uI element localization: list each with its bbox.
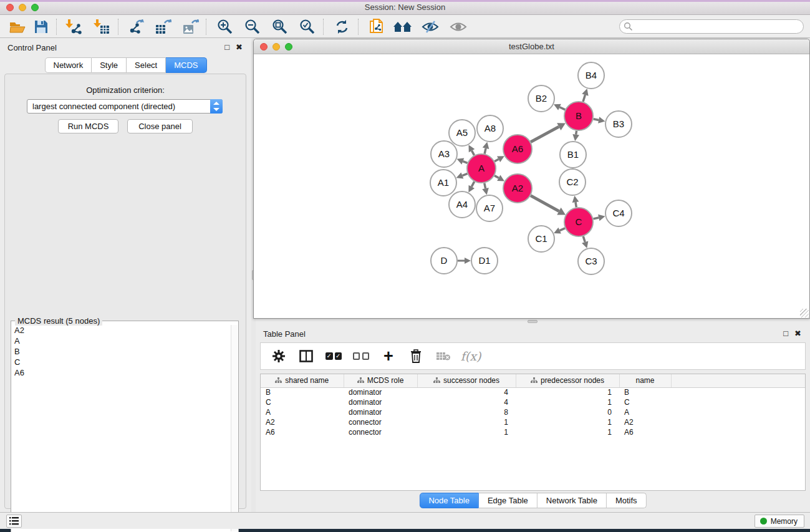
edge-C-C3[interactable]	[583, 236, 585, 242]
tab-network[interactable]: Network	[44, 57, 92, 73]
table-cell[interactable]	[671, 387, 805, 397]
table-cell[interactable]: connector	[344, 427, 417, 437]
edge-C-C1[interactable]	[560, 228, 565, 231]
table-cell[interactable]: 8	[417, 407, 516, 417]
edge-A-A7[interactable]	[485, 183, 486, 189]
result-scrollbar[interactable]	[231, 325, 238, 531]
tab-select[interactable]: Select	[127, 57, 166, 73]
graph-node-B3[interactable]: B3	[605, 111, 632, 137]
delete-table-button[interactable]	[435, 348, 451, 364]
table-cell[interactable]: B	[261, 387, 344, 397]
graph-node-A5[interactable]: A5	[449, 120, 475, 146]
table-cell[interactable]: C	[619, 397, 671, 407]
graph-node-B[interactable]: B	[564, 102, 593, 130]
network-canvas[interactable]: B4B2BB3A8A5A6A3B1AC2A1A2A4A7C4CC1DD1C3	[254, 54, 809, 318]
edge-A-A5[interactable]	[472, 151, 475, 155]
tab-edge-table[interactable]: Edge Table	[479, 493, 538, 508]
table-cell[interactable]: A2	[261, 417, 344, 427]
zoom-out-button[interactable]	[242, 18, 263, 36]
table-cell[interactable]: A6	[261, 427, 344, 437]
table-cell[interactable]: A	[261, 407, 344, 417]
graph-node-A1[interactable]: A1	[430, 170, 456, 196]
column-header-MCDS-role[interactable]: MCDS role	[344, 374, 417, 387]
table-cell[interactable]: dominator	[344, 397, 417, 407]
table-cell[interactable]	[671, 427, 805, 437]
duplicate-network-button[interactable]	[366, 18, 387, 36]
column-header-name[interactable]: name	[619, 374, 671, 387]
table-cell[interactable]: B	[619, 387, 671, 397]
edge-C-C2[interactable]	[576, 202, 576, 207]
add-column-button[interactable]: +	[380, 348, 397, 364]
zoom-in-button[interactable]	[215, 18, 236, 36]
table-cell[interactable]: 1	[516, 387, 619, 397]
column-header-predecessor-nodes[interactable]: predecessor nodes	[516, 374, 619, 387]
graph-node-C3[interactable]: C3	[578, 248, 604, 274]
graph-node-B2[interactable]: B2	[528, 85, 554, 112]
export-image-button[interactable]	[180, 18, 201, 36]
close-panel-icon[interactable]: ✖	[794, 329, 801, 338]
graph-node-C4[interactable]: C4	[605, 200, 632, 226]
tab-style[interactable]: Style	[92, 57, 127, 73]
result-list-item[interactable]: A6	[12, 367, 231, 378]
select-all-button[interactable]: ✓ ✓	[325, 348, 342, 364]
result-list-item[interactable]: A2	[12, 325, 231, 336]
splitter-grip[interactable]	[528, 320, 538, 323]
edge-B-B4[interactable]	[583, 95, 585, 102]
table-cell[interactable]: 1	[417, 427, 516, 437]
deselect-all-button[interactable]	[353, 348, 369, 364]
close-panel-button[interactable]: Close panel	[127, 119, 193, 133]
column-header-successor-nodes[interactable]: successor nodes	[417, 374, 516, 387]
table-row[interactable]: A6connector11A6	[261, 427, 805, 437]
table-cell[interactable]: C	[261, 397, 344, 407]
table-cell[interactable]: A6	[619, 427, 671, 437]
result-list-item[interactable]: B	[12, 346, 231, 357]
edge-C-C4[interactable]	[593, 218, 599, 219]
horizontal-splitter[interactable]	[256, 319, 810, 324]
table-cell[interactable]	[671, 407, 805, 417]
tab-network-table[interactable]: Network Table	[538, 493, 607, 508]
edge-B-B1[interactable]	[576, 131, 577, 135]
table-cell[interactable]: 1	[417, 417, 516, 427]
task-history-button[interactable]	[6, 515, 22, 528]
zoom-selected-button[interactable]	[297, 18, 318, 36]
table-cell[interactable]: 1	[516, 417, 619, 427]
edge-A-A1[interactable]	[462, 173, 467, 175]
float-panel-icon[interactable]: □	[783, 329, 788, 338]
edge-B-B3[interactable]	[594, 119, 599, 120]
close-panel-icon[interactable]: ✖	[236, 42, 243, 52]
memory-button[interactable]: Memory	[755, 515, 804, 528]
preview-button[interactable]	[448, 18, 469, 36]
tab-motifs[interactable]: Motifs	[607, 493, 647, 508]
zoom-fit-button[interactable]	[269, 18, 291, 36]
run-mcds-button[interactable]: Run MCDS	[58, 119, 118, 133]
graph-node-A8[interactable]: A8	[477, 115, 503, 142]
edge-A6-B[interactable]	[531, 127, 559, 142]
table-settings-button[interactable]	[271, 348, 287, 364]
graph-node-D[interactable]: D	[431, 248, 457, 274]
network-graph[interactable]: B4B2BB3A8A5A6A3B1AC2A1A2A4A7C4CC1DD1C3	[254, 54, 809, 318]
import-table-button[interactable]	[91, 18, 112, 36]
import-network-button[interactable]	[63, 18, 84, 36]
search-field[interactable]	[633, 21, 803, 32]
table-cell[interactable]	[671, 417, 805, 427]
float-panel-icon[interactable]: □	[224, 42, 229, 52]
resize-grip[interactable]	[800, 309, 809, 317]
table-row[interactable]: A2connector11A2	[261, 417, 805, 427]
export-network-button[interactable]	[125, 18, 147, 36]
table-cell[interactable]: 1	[516, 427, 619, 437]
graph-node-C[interactable]: C	[564, 208, 593, 236]
tab-node-table[interactable]: Node Table	[419, 493, 479, 508]
graph-node-C1[interactable]: C1	[528, 226, 554, 252]
export-table-button[interactable]	[152, 18, 173, 36]
table-cell[interactable]: dominator	[344, 407, 417, 417]
table-cell[interactable]: A	[619, 407, 671, 417]
panel-mode-button[interactable]	[298, 348, 314, 364]
graph-node-A2[interactable]: A2	[503, 174, 532, 203]
search-input[interactable]	[619, 19, 804, 34]
graph-node-C2[interactable]: C2	[559, 169, 586, 195]
tab-mcds[interactable]: MCDS	[166, 57, 206, 73]
edge-A-A6[interactable]	[494, 159, 498, 161]
table-cell[interactable]: 4	[417, 397, 516, 407]
delete-column-button[interactable]	[408, 348, 424, 364]
edge-A-A8[interactable]	[485, 148, 486, 154]
